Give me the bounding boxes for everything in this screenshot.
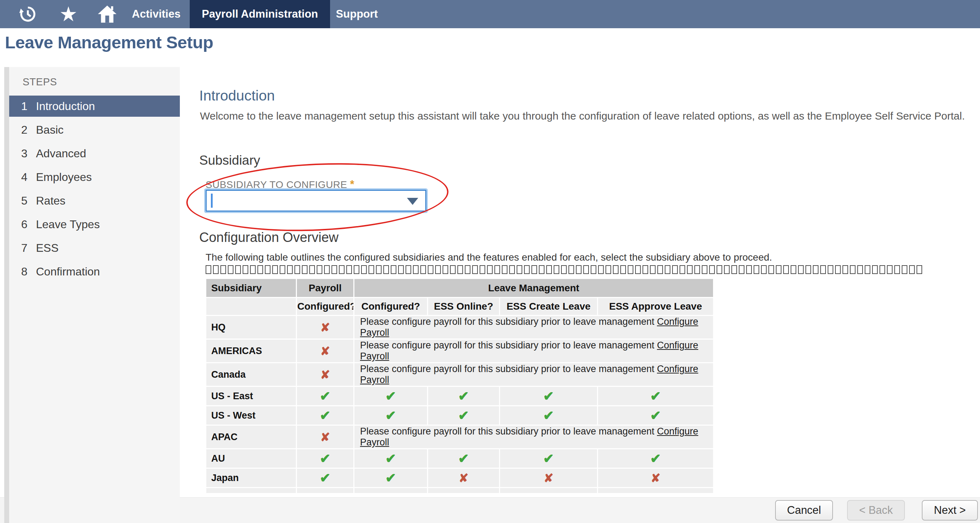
subsidiary-name-cell: APAC — [206, 426, 297, 448]
payroll-configured-cell: ✘ — [297, 316, 355, 339]
missing-glyph-box — [361, 265, 367, 274]
step-number: 4 — [21, 167, 32, 188]
table-header-row-2: Configured? Configured? ESS Online? ESS … — [206, 298, 713, 315]
leave-feature-cell: ✔ — [598, 406, 713, 424]
missing-glyph-box — [539, 265, 544, 274]
leave-feature-cell: ✔ — [428, 406, 500, 424]
missing-glyph-box — [383, 265, 389, 274]
step-number: 8 — [21, 261, 32, 282]
payroll-warning-text: Please configure payroll for this subsid… — [360, 364, 657, 374]
tab-payroll-administration[interactable]: Payroll Administration — [190, 0, 330, 28]
missing-glyph-box — [309, 265, 315, 274]
cancel-button[interactable]: Cancel — [775, 500, 833, 521]
sidebar-item-basic[interactable]: 2Basic — [9, 119, 180, 140]
leave-feature-cell: ✘ — [428, 469, 500, 487]
step-label: Advanced — [36, 147, 86, 160]
sidebar-item-introduction[interactable]: 1Introduction — [9, 95, 180, 117]
table-row: New Zealand✔✔✔✔✔ — [206, 488, 713, 493]
missing-glyph-box — [524, 265, 530, 274]
payroll-warning-text: Please configure payroll for this subsid… — [360, 316, 657, 327]
check-icon: ✔ — [458, 490, 469, 493]
back-button: < Back — [847, 500, 905, 521]
tab-support[interactable]: Support — [330, 0, 384, 28]
payroll-configured-cell: ✔ — [297, 469, 355, 487]
missing-glyph-box — [576, 265, 582, 274]
missing-glyph-box — [435, 265, 441, 274]
missing-glyph-box — [280, 265, 285, 274]
sidebar-item-confirmation[interactable]: 8Confirmation — [9, 261, 180, 282]
payroll-warning-text: Please configure payroll for this subsid… — [360, 340, 657, 351]
missing-glyph-box — [354, 265, 360, 274]
favorites-star-icon[interactable]: ★ — [54, 0, 83, 28]
missing-glyph-box — [828, 265, 833, 274]
sidebar-item-rates[interactable]: 5Rates — [9, 190, 180, 211]
check-icon: ✔ — [650, 389, 661, 404]
steps-list: 1Introduction2Basic3Advanced4Employees5R… — [9, 95, 180, 282]
tab-activities[interactable]: Activities — [123, 0, 190, 28]
missing-glyph-box — [894, 265, 900, 274]
leave-feature-cell: ✔ — [355, 387, 428, 405]
payroll-configured-cell: ✘ — [297, 363, 355, 386]
missing-glyph-box — [346, 265, 352, 274]
missing-glyph-box — [872, 265, 878, 274]
subsidiary-field-label-text: SUBSIDIARY TO CONFIGURE — [205, 179, 347, 190]
missing-glyph-box — [287, 265, 293, 274]
check-icon: ✔ — [458, 389, 469, 404]
missing-glyph-box — [791, 265, 796, 274]
home-icon[interactable] — [93, 0, 121, 28]
page-title: Leave Management Setup — [5, 32, 213, 52]
table-row: AMERICAS✘Please configure payroll for th… — [206, 340, 713, 362]
table-header-row-1: Subsidiary Payroll Leave Management — [206, 279, 713, 297]
col-header-payroll: Payroll — [297, 279, 355, 297]
missing-glyph-box — [228, 265, 234, 274]
table-row: Canada✘Please configure payroll for this… — [206, 363, 713, 386]
missing-glyph-box — [546, 265, 552, 274]
steps-panel: STEPS 1Introduction2Basic3Advanced4Emplo… — [9, 67, 180, 523]
missing-glyph-box — [909, 265, 915, 274]
subsidiary-select[interactable] — [205, 190, 426, 211]
leave-feature-cell: ✔ — [500, 406, 598, 424]
col-header-blank — [206, 298, 297, 315]
missing-glyph-box — [442, 265, 448, 274]
missing-glyph-box — [865, 265, 870, 274]
check-icon: ✔ — [543, 490, 554, 493]
missing-glyph-box — [805, 265, 811, 274]
subsidiary-name-cell: US - West — [206, 406, 297, 424]
check-icon: ✔ — [385, 409, 396, 423]
check-icon: ✔ — [543, 409, 554, 423]
cross-icon: ✘ — [320, 431, 330, 444]
missing-glyph-box — [850, 265, 856, 274]
col-header-leave-management: Leave Management — [355, 279, 713, 297]
leave-feature-cell: ✔ — [428, 488, 500, 493]
table-row: US - West✔✔✔✔✔ — [206, 406, 713, 424]
missing-glyph-box — [665, 265, 670, 274]
payroll-configured-cell: ✘ — [297, 426, 355, 448]
steps-header: STEPS — [9, 67, 180, 95]
step-label: Confirmation — [36, 265, 100, 278]
missing-glyph-box — [220, 265, 226, 274]
missing-glyph-box — [398, 265, 404, 274]
subsidiary-name-cell: New Zealand — [206, 488, 297, 493]
missing-glyph-box — [509, 265, 515, 274]
missing-glyph-box — [272, 265, 278, 274]
config-table-wrapper: Subsidiary Payroll Leave Management Conf… — [206, 278, 713, 493]
payroll-configured-cell: ✔ — [297, 387, 355, 405]
missing-glyph-box — [783, 265, 789, 274]
step-number: 2 — [21, 119, 32, 140]
cross-icon: ✘ — [320, 321, 330, 334]
leave-feature-cell: ✔ — [355, 488, 428, 493]
sidebar-item-leave-types[interactable]: 6Leave Types — [9, 214, 180, 235]
sidebar-item-employees[interactable]: 4Employees — [9, 167, 180, 188]
missing-glyph-box — [842, 265, 848, 274]
missing-glyph-box — [754, 265, 759, 274]
table-row: Japan✔✔✘✘✘ — [206, 469, 713, 487]
next-button[interactable]: Next > — [922, 500, 978, 521]
history-icon[interactable] — [16, 0, 40, 28]
sidebar-item-ess[interactable]: 7ESS — [9, 237, 180, 259]
step-label: Basic — [36, 124, 64, 136]
sidebar-item-advanced[interactable]: 3Advanced — [9, 143, 180, 164]
check-icon: ✔ — [385, 471, 396, 485]
missing-glyph-box — [694, 265, 700, 274]
payroll-warning-cell: Please configure payroll for this subsid… — [355, 340, 713, 362]
missing-glyph-box — [724, 265, 730, 274]
